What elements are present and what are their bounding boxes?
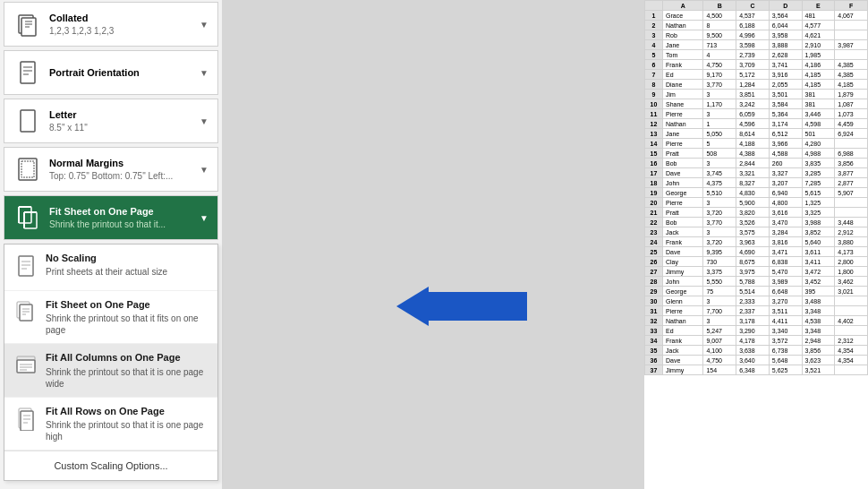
svg-rect-28 <box>17 360 35 373</box>
custom-scaling-link[interactable]: Custom Scaling Options... <box>4 450 217 480</box>
paper-option[interactable]: Letter 8.5" x 11" ▼ <box>4 99 218 143</box>
cell: 2,912 <box>835 227 868 237</box>
no-scaling-option[interactable]: No Scaling Print sheets at their actual … <box>4 244 217 291</box>
cell: 4,750 <box>703 60 736 70</box>
cell: Bob <box>663 218 703 227</box>
cell: 3 <box>703 227 736 237</box>
row-header: 9 <box>645 90 663 99</box>
fit-rows-title: Fit All Rows on One Page <box>46 405 208 417</box>
row-header: 20 <box>645 198 663 208</box>
collated-text: Collated 1,2,3 1,2,3 1,2,3 <box>49 12 196 37</box>
cell: 381 <box>802 90 835 99</box>
collated-title: Collated <box>49 12 196 24</box>
cell: 3,916 <box>769 70 802 80</box>
svg-rect-23 <box>20 305 32 321</box>
cell: 6,648 <box>769 287 802 296</box>
row-header: 3 <box>645 30 663 40</box>
fit-sheet-icon <box>13 300 38 325</box>
cell: 5,900 <box>736 198 770 208</box>
table-row: 25Dave9,3954,6903,4713,6114,173 <box>645 247 868 257</box>
fit-rows-icon <box>13 407 38 432</box>
cell: Pierre <box>663 198 703 208</box>
cell: 3 <box>703 198 736 208</box>
cell: 5 <box>703 139 736 149</box>
cell: 381 <box>802 99 835 109</box>
margins-option[interactable]: Normal Margins Top: 0.75" Bottom: 0.75" … <box>4 147 218 192</box>
cell: 4,185 <box>835 80 868 90</box>
row-header: 23 <box>645 227 663 237</box>
table-row: 27Jimmy3,3753,9755,4703,4721,800 <box>645 267 868 277</box>
table-row: 12Nathan14,5963,1744,5984,459 <box>645 119 868 129</box>
cell: 1,879 <box>835 90 868 99</box>
fit-sheet-title: Fit Sheet on One Page <box>46 298 208 311</box>
collated-arrow: ▼ <box>200 20 208 30</box>
cell: 3,501 <box>769 90 802 99</box>
table-row: 6Frank4,7503,7093,7414,1864,385 <box>645 60 868 70</box>
cell: 730 <box>703 257 736 267</box>
row-header: 31 <box>645 306 663 316</box>
cell: 1,325 <box>802 198 835 208</box>
cell: 2,910 <box>802 40 835 50</box>
table-row: 13Jane5,0508,6146,5125016,924 <box>645 129 868 139</box>
cell: 4,577 <box>802 21 835 30</box>
cell: 7,700 <box>703 306 736 316</box>
cell: 3,446 <box>802 109 835 119</box>
cell: 3,720 <box>703 237 736 247</box>
cell: 3,616 <box>769 208 802 218</box>
cell: 508 <box>703 149 736 159</box>
cell: 5,514 <box>736 287 770 296</box>
cell: 6,924 <box>835 129 868 139</box>
fit-sheet-option[interactable]: Fit Sheet on One Page Shrink the printou… <box>4 291 217 344</box>
cell: 5,510 <box>703 188 736 198</box>
cell: 713 <box>703 40 736 50</box>
fit-sheet-desc: Shrink the printout so that it fits on o… <box>46 313 208 336</box>
cell: 2,800 <box>835 257 868 267</box>
orientation-option[interactable]: Portrait Orientation ▼ <box>4 50 218 95</box>
cell <box>835 50 868 60</box>
table-row: 21Pratt3,7203,8203,6163,325 <box>645 208 868 218</box>
scaling-text: Fit Sheet on One Page Shrink the printou… <box>49 205 196 230</box>
cell: 3,488 <box>802 296 835 306</box>
fit-rows-option[interactable]: Fit All Rows on One Page Shrink the prin… <box>4 398 217 450</box>
table-row: 5Tom42,7392,6281,985 <box>645 50 868 60</box>
cell: 3,290 <box>736 326 770 336</box>
row-header: 29 <box>645 287 663 296</box>
fit-columns-title: Fit All Columns on One Page <box>46 351 208 364</box>
cell: 4,996 <box>736 30 770 40</box>
cell: 3,340 <box>769 326 802 336</box>
cell: 3,851 <box>736 90 770 99</box>
table-row: 32Nathan33,1784,4114,5384,402 <box>645 316 868 326</box>
cell: 3,284 <box>769 227 802 237</box>
row-header: 18 <box>645 178 663 188</box>
cell: 3,348 <box>802 326 835 336</box>
cell: 1,073 <box>835 109 868 119</box>
no-scaling-title: No Scaling <box>46 252 167 264</box>
cell: John <box>663 178 703 188</box>
cell <box>835 30 868 40</box>
cell: 2,055 <box>769 80 802 90</box>
cell: 3,880 <box>835 237 868 247</box>
cell: 8 <box>703 21 736 30</box>
table-row: 34Frank9,0074,1783,5722,9482,312 <box>645 336 868 346</box>
collated-option[interactable]: Collated 1,2,3 1,2,3 1,2,3 ▼ <box>4 2 218 47</box>
svg-rect-13 <box>24 212 37 228</box>
scaling-option[interactable]: Fit Sheet on One Page Shrink the printou… <box>4 195 218 240</box>
cell: 3,958 <box>769 30 802 40</box>
row-header: 17 <box>645 168 663 178</box>
cell: 1,284 <box>736 80 770 90</box>
cell: 2,333 <box>736 296 770 306</box>
svg-rect-33 <box>21 411 33 431</box>
col-header: F <box>835 1 868 11</box>
arrow-head <box>396 287 429 326</box>
fit-columns-option[interactable]: Fit All Columns on One Page Shrink the p… <box>4 344 217 397</box>
cell: 3,987 <box>835 40 868 50</box>
col-header: E <box>802 1 835 11</box>
cell: 3,321 <box>736 168 770 178</box>
paper-subtitle: 8.5" x 11" <box>49 122 196 133</box>
cell: 3,448 <box>835 218 868 227</box>
cell: 4,375 <box>703 178 736 188</box>
row-header: 36 <box>645 356 663 365</box>
cell: Tom <box>663 50 703 60</box>
cell: 3,285 <box>802 168 835 178</box>
cell: 3,470 <box>769 218 802 227</box>
